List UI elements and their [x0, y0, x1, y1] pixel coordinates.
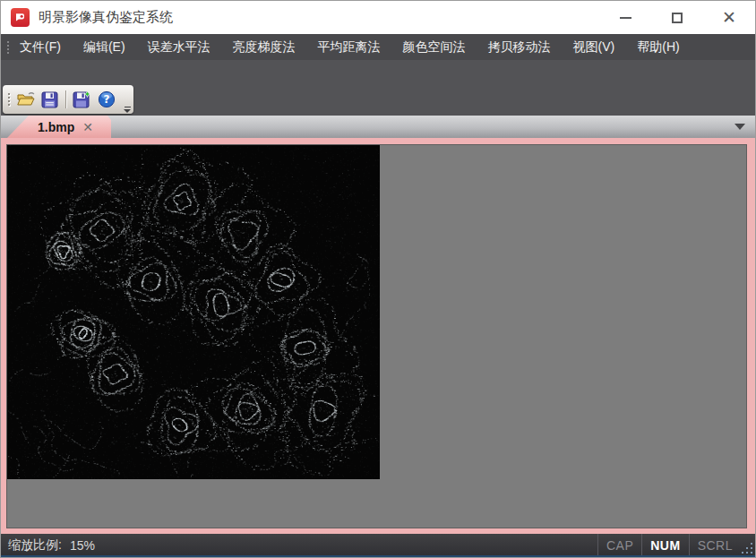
close-button[interactable]: ✕ — [703, 1, 755, 34]
zoom-ratio-label: 缩放比例: — [8, 537, 62, 554]
save-as-button[interactable] — [70, 88, 94, 111]
help-button[interactable]: ? — [94, 88, 118, 111]
menu-copy-move[interactable]: 拷贝移动法 — [482, 36, 557, 59]
minimize-button[interactable] — [599, 1, 651, 34]
toolbar-overflow-button[interactable] — [124, 107, 131, 113]
toolbar-grip-icon[interactable] — [8, 93, 10, 106]
menubar-grip-icon[interactable] — [3, 41, 13, 54]
menu-help[interactable]: 帮助(H) — [631, 36, 685, 59]
menu-edit[interactable]: 编辑(E) — [77, 36, 132, 59]
menu-view[interactable]: 视图(V) — [567, 36, 622, 59]
document-image[interactable] — [7, 145, 380, 479]
statusbar: 缩放比例: 15% CAP NUM SCRL — [1, 534, 755, 557]
menu-luminance-gradient[interactable]: 亮度梯度法 — [227, 36, 302, 59]
save-as-floppy-icon — [73, 90, 91, 108]
toolbar: ? — [3, 85, 133, 114]
minimize-icon — [620, 17, 631, 19]
document-tabbar: 1.bmp ✕ — [1, 116, 755, 138]
svg-text:?: ? — [103, 93, 109, 106]
save-button[interactable] — [38, 88, 62, 111]
resize-grip[interactable] — [741, 534, 755, 557]
menu-file[interactable]: 文件(F) — [13, 36, 67, 59]
scroll-lock-indicator: SCRL — [689, 534, 741, 557]
menu-average-distance[interactable]: 平均距离法 — [312, 36, 387, 59]
window-title: 明景影像真伪鉴定系统 — [39, 9, 173, 26]
document-area — [1, 138, 755, 534]
app-window: 明景影像真伪鉴定系统 ✕ 文件(F) 编辑(E) 误差水平法 亮度梯度法 平均距… — [0, 0, 756, 558]
save-floppy-icon — [41, 91, 58, 108]
close-icon: ✕ — [722, 9, 736, 26]
maximize-icon — [672, 13, 683, 23]
chevron-down-icon — [124, 109, 131, 113]
menu-error-level[interactable]: 误差水平法 — [142, 36, 217, 59]
caps-lock-indicator: CAP — [597, 534, 641, 557]
keyboard-indicators: CAP NUM SCRL — [597, 534, 755, 557]
zoom-ratio-value: 15% — [70, 538, 95, 553]
toolbar-separator — [65, 90, 66, 108]
tab-list-dropdown-icon[interactable] — [735, 124, 745, 130]
num-lock-indicator: NUM — [641, 534, 688, 557]
app-logo-icon — [11, 8, 30, 27]
menubar: 文件(F) 编辑(E) 误差水平法 亮度梯度法 平均距离法 颜色空间法 拷贝移动… — [1, 34, 755, 60]
tab-close-icon[interactable]: ✕ — [82, 121, 93, 133]
toolbar-dock: ? — [1, 60, 755, 116]
maximize-button[interactable] — [651, 1, 703, 34]
open-folder-icon — [16, 91, 36, 107]
help-icon: ? — [98, 90, 116, 108]
open-file-button[interactable] — [13, 88, 38, 111]
titlebar: 明景影像真伪鉴定系统 ✕ — [1, 1, 755, 34]
menu-color-space[interactable]: 颜色空间法 — [397, 36, 472, 59]
window-controls: ✕ — [599, 1, 755, 34]
tab-1bmp[interactable]: 1.bmp ✕ — [7, 116, 111, 138]
tab-label: 1.bmp — [38, 120, 74, 134]
